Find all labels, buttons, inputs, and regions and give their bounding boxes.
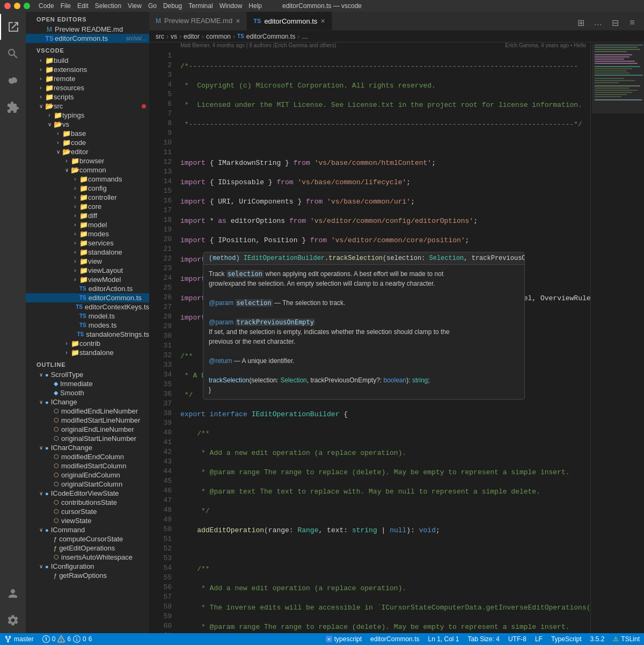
folder-config[interactable]: › 📁 config xyxy=(26,184,149,193)
code-area[interactable]: /*--------------------------------------… xyxy=(176,42,590,633)
folder-controller[interactable]: › 📁 controller xyxy=(26,193,149,202)
outline-originalendlinenumber[interactable]: ⬡ originalEndLineNumber xyxy=(26,425,149,434)
folder-diff[interactable]: › 📁 diff xyxy=(26,211,149,220)
tab-editorcommon[interactable]: TS editorCommon.ts × xyxy=(247,12,332,30)
close-button[interactable] xyxy=(4,3,11,9)
outline-ichange[interactable]: ∨ ● IChange xyxy=(26,397,149,407)
file-editorcommon[interactable]: TS editorCommon.ts xyxy=(26,293,149,302)
outline-getrawoptions[interactable]: ƒ getRawOptions xyxy=(26,571,149,580)
outline-insertsautowhitespace[interactable]: ⬡ insertsAutoWhitespace xyxy=(26,553,149,562)
breadcrumb-filename[interactable]: editorCommon.ts xyxy=(246,33,295,40)
outline-modifiedstartlinenumber[interactable]: ⬡ modifiedStartLineNumber xyxy=(26,416,149,425)
menu-code[interactable]: Code xyxy=(39,2,54,10)
outline-modifiedendlinenumber[interactable]: ⬡ modifiedEndLineNumber xyxy=(26,407,149,416)
file-model[interactable]: TS model.ts xyxy=(26,311,149,321)
tab-close-button[interactable]: × xyxy=(236,17,240,25)
folder-contrib[interactable]: › 📁 contrib xyxy=(26,339,149,348)
folder-standalone2[interactable]: › 📁 standalone xyxy=(26,348,149,357)
menu-window[interactable]: Window xyxy=(219,2,243,10)
folder-commands[interactable]: › 📁 commands xyxy=(26,175,149,184)
layout-button[interactable]: ⊟ xyxy=(608,15,623,30)
outline-viewstate[interactable]: ⬡ viewState xyxy=(26,516,149,525)
folder-services[interactable]: › 📁 services xyxy=(26,238,149,248)
folder-viewmodel[interactable]: › 📁 viewModel xyxy=(26,275,149,284)
outline-icodeeditorviewstate[interactable]: ∨ ● ICodeEditorViewState xyxy=(26,489,149,498)
folder-common[interactable]: ∨ 📂 common xyxy=(26,165,149,175)
git-branch-item[interactable]: master xyxy=(0,633,38,645)
folder-build[interactable]: › 📁 build xyxy=(26,56,149,65)
open-editor-readme[interactable]: M Preview README.md xyxy=(26,25,149,34)
file-name-status[interactable]: editorCommon.ts xyxy=(366,633,423,645)
open-editor-editorcommon[interactable]: TS editorCommon.ts src/vs/… xyxy=(26,34,149,43)
menu-file[interactable]: File xyxy=(61,2,71,10)
settings-icon[interactable] xyxy=(0,607,26,633)
breadcrumb-vs[interactable]: vs xyxy=(171,33,177,40)
tab-size-status[interactable]: Tab Size: 4 xyxy=(464,633,504,645)
folder-base[interactable]: › 📁 base xyxy=(26,129,149,138)
ts-version-status[interactable]: 3.5.2 xyxy=(586,633,609,645)
maximize-button[interactable] xyxy=(24,3,30,9)
folder-typings[interactable]: › 📁 typings xyxy=(26,111,149,120)
file-standalonestrings[interactable]: TS standaloneStrings.ts xyxy=(26,330,149,339)
outline-cursorstate[interactable]: ⬡ cursorState xyxy=(26,507,149,516)
outline-computecursorstate[interactable]: ƒ computeCursorState xyxy=(26,534,149,543)
menu-selection[interactable]: Selection xyxy=(95,2,121,10)
folder-resources[interactable]: › 📁 resources xyxy=(26,83,149,92)
outline-iconfiguration[interactable]: ∨ ● IConfiguration xyxy=(26,562,149,571)
folder-extensions[interactable]: › 📁 extensions xyxy=(26,65,149,74)
menu-view[interactable]: View xyxy=(128,2,142,10)
outline-scrolltype[interactable]: ∨ ● ScrollType xyxy=(26,370,149,379)
minimap[interactable] xyxy=(590,42,644,633)
folder-view[interactable]: › 📁 view xyxy=(26,257,149,266)
outline-icharchange[interactable]: ∨ ● ICharChange xyxy=(26,443,149,452)
folder-remote[interactable]: › 📁 remote xyxy=(26,74,149,83)
menu-edit[interactable]: Edit xyxy=(77,2,89,10)
outline-immediate[interactable]: ◆ Immediate xyxy=(26,379,149,388)
outline-modifiedendcolumn[interactable]: ⬡ modifiedEndColumn xyxy=(26,452,149,461)
explorer-icon[interactable] xyxy=(0,14,26,40)
outline-smooth[interactable]: ◆ Smooth xyxy=(26,388,149,397)
breadcrumb-ellipsis[interactable]: … xyxy=(302,33,308,40)
file-editoraction[interactable]: TS editorAction.ts xyxy=(26,284,149,293)
line-endings-status[interactable]: LF xyxy=(531,633,547,645)
folder-browser[interactable]: › 📁 browser xyxy=(26,156,149,165)
extensions-icon[interactable] xyxy=(0,95,26,120)
accounts-icon[interactable] xyxy=(0,581,26,606)
folder-vs[interactable]: ∨ 📂 vs xyxy=(26,120,149,129)
folder-modes[interactable]: › 📁 modes xyxy=(26,229,149,238)
folder-code[interactable]: › 📁 code xyxy=(26,138,149,147)
breadcrumb-editor[interactable]: editor xyxy=(184,33,200,40)
cursor-position[interactable]: Ln 1, Col 1 xyxy=(423,633,463,645)
folder-standalone[interactable]: › 📁 standalone xyxy=(26,248,149,257)
file-editorcontextkeys[interactable]: TS editorContextKeys.ts xyxy=(26,302,149,311)
breadcrumb-toggle[interactable]: ≡ xyxy=(625,15,640,30)
tslint-status[interactable]: ⚠ TSLint xyxy=(609,633,644,645)
outline-originalstartlinenumber[interactable]: ⬡ originalStartLineNumber xyxy=(26,434,149,443)
tab-preview-readme[interactable]: M Preview README.md × xyxy=(149,12,247,30)
outline-contributionsstate[interactable]: ⬡ contributionsState xyxy=(26,498,149,507)
minimize-button[interactable] xyxy=(14,3,20,9)
search-icon[interactable] xyxy=(0,41,26,67)
menu-debug[interactable]: Debug xyxy=(163,2,182,10)
file-type-status[interactable]: TypeScript xyxy=(547,633,586,645)
breadcrumb-common[interactable]: common xyxy=(206,33,231,40)
menu-help[interactable]: Help xyxy=(248,2,262,10)
file-modes[interactable]: TS modes.ts xyxy=(26,321,149,330)
outline-modifiedstartcolumn[interactable]: ⬡ modifiedStartColumn xyxy=(26,461,149,470)
folder-model[interactable]: › 📁 model xyxy=(26,220,149,229)
errors-item[interactable]: 0 6 0 6 xyxy=(38,633,97,645)
outline-originalstartcolumn[interactable]: ⬡ originalStartColumn xyxy=(26,480,149,489)
menu-terminal[interactable]: Terminal xyxy=(188,2,213,10)
breadcrumb-src[interactable]: src xyxy=(156,33,164,40)
outline-originalendcolumn[interactable]: ⬡ originalEndColumn xyxy=(26,470,149,480)
typescript-status[interactable]: typescript xyxy=(321,633,366,645)
tab-close-button[interactable]: × xyxy=(320,17,325,25)
folder-viewlayout[interactable]: › 📁 viewLayout xyxy=(26,266,149,275)
split-editor-button[interactable]: ⊞ xyxy=(573,15,588,30)
source-control-icon[interactable] xyxy=(0,68,26,93)
outline-geteditoperations[interactable]: ƒ getEditOperations xyxy=(26,543,149,553)
folder-editor[interactable]: ∨ 📂 editor xyxy=(26,147,149,156)
folder-src[interactable]: ∨ 📂 src xyxy=(26,102,149,111)
menu-go[interactable]: Go xyxy=(148,2,157,10)
encoding-status[interactable]: UTF-8 xyxy=(504,633,531,645)
